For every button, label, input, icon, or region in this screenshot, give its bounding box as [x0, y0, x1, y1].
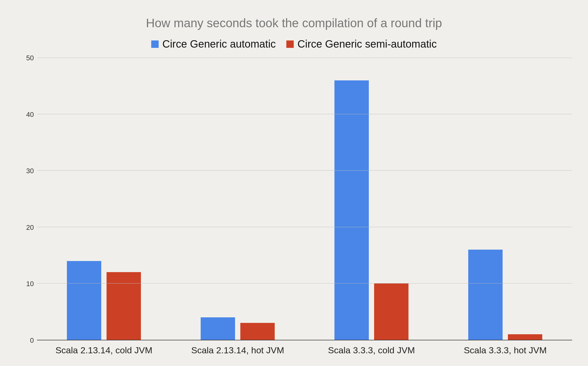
gridline — [37, 170, 572, 171]
y-axis: 01020304050 — [16, 58, 37, 340]
legend-label-automatic: Circe Generic automatic — [162, 38, 276, 50]
bar — [508, 334, 542, 340]
bar — [67, 261, 101, 340]
x-tick-label: Scala 3.3.3, hot JVM — [438, 345, 572, 355]
bar-groups — [37, 58, 572, 340]
y-tick-label: 40 — [26, 110, 34, 118]
gridline — [37, 114, 572, 114]
chart-legend: Circe Generic automatic Circe Generic se… — [16, 38, 572, 50]
bar — [468, 250, 503, 340]
bar-group — [305, 58, 438, 340]
x-tick-label: Scala 2.13.14, cold JVM — [37, 345, 171, 355]
legend-swatch-red — [286, 40, 294, 48]
legend-swatch-blue — [151, 40, 159, 48]
bar — [201, 317, 235, 340]
y-tick-label: 20 — [26, 223, 34, 231]
x-tick-label: Scala 3.3.3, cold JVM — [305, 345, 438, 355]
y-tick-label: 0 — [30, 336, 34, 345]
bar-group — [171, 58, 305, 340]
bar — [107, 272, 141, 340]
bar-group — [438, 58, 572, 340]
legend-item-semi-automatic: Circe Generic semi-automatic — [286, 38, 437, 50]
gridline — [37, 227, 572, 227]
gridline — [37, 283, 572, 283]
chart-area: 01020304050 Scala 2.13.14, cold JVMScala… — [16, 58, 572, 355]
y-tick-label: 10 — [26, 280, 34, 288]
x-tick-label: Scala 2.13.14, hot JVM — [171, 345, 305, 355]
chart-title: How many seconds took the compilation of… — [16, 16, 572, 30]
legend-item-automatic: Circe Generic automatic — [151, 38, 276, 50]
x-axis: Scala 2.13.14, cold JVMScala 2.13.14, ho… — [37, 345, 572, 355]
y-tick-label: 50 — [26, 54, 34, 62]
gridline — [37, 58, 572, 58]
bar-group — [37, 58, 171, 340]
bar — [334, 80, 369, 340]
bar — [240, 323, 275, 340]
bar — [374, 283, 408, 340]
plot-area — [37, 58, 572, 340]
legend-label-semi-automatic: Circe Generic semi-automatic — [297, 38, 437, 50]
y-tick-label: 30 — [26, 167, 34, 175]
